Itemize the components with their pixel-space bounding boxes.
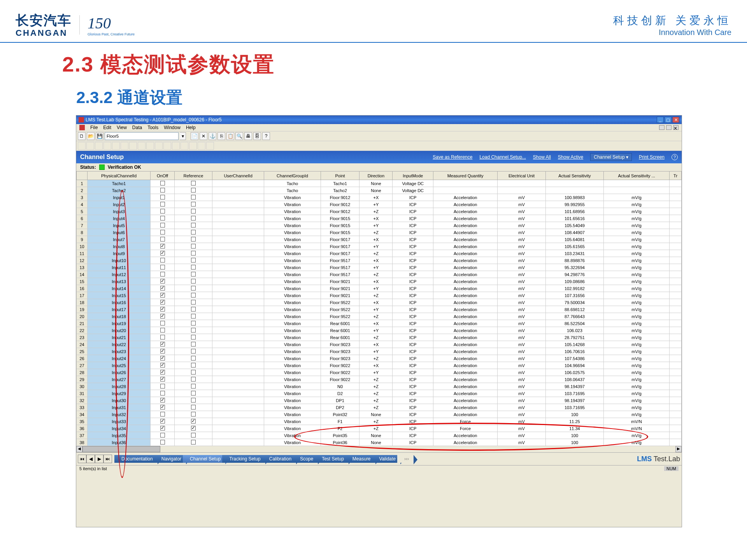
scroll-thumb[interactable] (82, 446, 160, 452)
col-point[interactable]: Point (321, 172, 359, 180)
tb2-2[interactable] (86, 142, 94, 150)
link-save-reference[interactable]: Save as Reference (433, 154, 472, 160)
col-physicalchannelid[interactable]: PhysicalChannelId (88, 172, 151, 180)
table-row[interactable]: 4Input2VibrationFloor:9012+YICPAccelerat… (77, 201, 682, 208)
nav-prev-icon[interactable]: ◀ (86, 455, 95, 463)
col-actual-sensitivity-[interactable]: Actual Sensitivity ... (604, 172, 670, 180)
table-row[interactable]: 14Input12VibrationFloor:9517+ZICPAcceler… (77, 271, 682, 278)
menu-data[interactable]: Data (132, 125, 142, 130)
tb2-14[interactable] (189, 142, 197, 150)
table-row[interactable]: 34Input32VibrationPoint32NoneICPAccelera… (77, 411, 682, 418)
tb2-7[interactable] (129, 142, 137, 150)
table-row[interactable]: 12Input10VibrationFloor:9517+XICPAcceler… (77, 257, 682, 264)
tb-help-icon[interactable]: ? (262, 132, 270, 140)
step-measure[interactable]: Measure (345, 455, 375, 463)
table-row[interactable]: 2Tacho2TachoTacho2NoneVoltage DC (77, 187, 682, 194)
mdi-close-icon[interactable]: ✕ (673, 125, 679, 130)
scroll-right-icon[interactable]: ▶ (675, 446, 682, 452)
link-load-channel-setup[interactable]: Load Channel Setup... (479, 154, 526, 160)
table-row[interactable]: 16Input14VibrationFloor:9021+YICPAcceler… (77, 285, 682, 292)
table-row[interactable]: 19Input17VibrationFloor:9522+YICPAcceler… (77, 306, 682, 313)
scroll-left-icon[interactable]: ◀ (76, 446, 82, 452)
open-icon[interactable]: 📂 (87, 132, 95, 140)
tb-copy-icon[interactable]: ⎘ (217, 132, 225, 140)
table-row[interactable]: 23Input21VibrationRear:6001+ZICPAccelera… (77, 334, 682, 341)
col-actual-sensitivity[interactable]: Actual Sensitivity (545, 172, 603, 180)
table-row[interactable]: 35Input33VibrationF1+ZICPForcemV11.25mV/… (77, 418, 682, 425)
step-tracking-setup[interactable]: Tracking Setup (222, 455, 265, 463)
step-documentation[interactable]: Documentation (114, 455, 158, 463)
col-direction[interactable]: Direction (359, 172, 393, 180)
table-row[interactable]: 29Input27VibrationFloor:9022+ZICPAcceler… (77, 376, 682, 383)
menu-edit[interactable]: Edit (103, 125, 111, 130)
mdi-minimize-icon[interactable] (659, 125, 665, 130)
table-row[interactable]: 13Input11VibrationFloor:9517+YICPAcceler… (77, 264, 682, 271)
table-row[interactable]: 36Input34VibrationF2+ZICPForcemV11.34mV/… (77, 425, 682, 432)
tb2-5[interactable] (112, 142, 120, 150)
window-titlebar[interactable]: LMS Test.Lab Spectral Testing - A101BIP_… (76, 116, 682, 124)
horizontal-scrollbar[interactable]: ◀ ▶ (76, 446, 682, 452)
channel-setup-dropdown[interactable]: Channel Setup ▾ (590, 153, 632, 161)
step-more-icon[interactable]: ››› (397, 455, 414, 463)
link-print-screen[interactable]: Print Screen (639, 154, 665, 160)
tb2-13[interactable] (181, 142, 188, 150)
col-channelgroupid[interactable]: ChannelGroupId (264, 172, 321, 180)
tb2-15[interactable] (198, 142, 205, 150)
tb2-6[interactable] (121, 142, 128, 150)
table-row[interactable]: 32Input30VibrationDP1+ZICPAccelerationmV… (77, 397, 682, 404)
step-calibration[interactable]: Calibration (262, 455, 296, 463)
save-icon[interactable]: 💾 (96, 132, 103, 140)
table-row[interactable]: 1Tacho1TachoTacho1NoneVoltage DC (77, 180, 682, 187)
tb-anchor-icon[interactable]: ⚓ (209, 132, 216, 140)
table-row[interactable]: 20Input18VibrationFloor:9522+ZICPAcceler… (77, 313, 682, 320)
table-row[interactable]: 11Input9VibrationFloor:9017+ZICPAccelera… (77, 250, 682, 257)
section-dropdown-icon[interactable]: ▾ (180, 132, 186, 140)
nav-last-icon[interactable]: ⏭ (103, 455, 112, 463)
nav-first-icon[interactable]: ⏮ (78, 455, 86, 463)
table-row[interactable]: 33Input31VibrationDP2+ZICPAccelerationmV… (77, 404, 682, 411)
tb2-12[interactable] (172, 142, 180, 150)
mdi-restore-icon[interactable] (666, 125, 672, 130)
table-row[interactable]: 15Input13VibrationFloor:9021+XICPAcceler… (77, 278, 682, 285)
step-scope[interactable]: Scope (293, 455, 318, 463)
table-row[interactable]: 22Input20VibrationRear:6001+YICPAccelera… (77, 327, 682, 334)
step-channel-setup[interactable]: Channel Setup (183, 455, 225, 463)
table-row[interactable]: 18Input16VibrationFloor:9522+XICPAcceler… (77, 299, 682, 306)
section-select[interactable] (105, 132, 179, 140)
new-icon[interactable]: 🗋 (78, 132, 86, 140)
table-row[interactable]: 6Input4VibrationFloor:9015+XICPAccelerat… (77, 215, 682, 222)
tb2-8[interactable] (138, 142, 146, 150)
col-measured-quantity[interactable]: Measured Quantity (433, 172, 498, 180)
tb-paste-icon[interactable]: 📋 (226, 132, 234, 140)
tb2-4[interactable] (103, 142, 111, 150)
link-show-all[interactable]: Show All (533, 154, 551, 160)
table-row[interactable]: 24Input22VibrationFloor:9023+XICPAcceler… (77, 341, 682, 348)
table-row[interactable]: 17Input15VibrationFloor:9021+ZICPAcceler… (77, 292, 682, 299)
close-button[interactable]: ✕ (672, 117, 679, 123)
tb2-9[interactable] (146, 142, 154, 150)
tb2-16[interactable] (206, 142, 214, 150)
tb2-11[interactable] (163, 142, 171, 150)
nav-next-icon[interactable]: ▶ (95, 455, 103, 463)
link-show-active[interactable]: Show Active (558, 154, 583, 160)
tb2-1[interactable] (78, 142, 86, 150)
channel-grid[interactable]: PhysicalChannelIdOnOffReferenceUserChann… (76, 171, 682, 446)
table-row[interactable]: 7Input5VibrationFloor:9015+YICPAccelerat… (77, 222, 682, 229)
tb-print-icon[interactable]: 🖶 (244, 132, 252, 140)
table-row[interactable]: 31Input29VibrationD2+ZICPAccelerationmV1… (77, 390, 682, 397)
table-row[interactable]: 5Input3VibrationFloor:9012+ZICPAccelerat… (77, 208, 682, 215)
menu-view[interactable]: View (117, 125, 127, 130)
tb2-3[interactable] (95, 142, 103, 150)
col-onoff[interactable]: OnOff (151, 172, 175, 180)
menu-file[interactable]: File (90, 125, 98, 130)
table-row[interactable]: 38Input36VibrationPoint36NoneICPAccelera… (77, 439, 682, 446)
step-test-setup[interactable]: Test Setup (315, 455, 349, 463)
table-row[interactable]: 26Input24VibrationFloor:9023+ZICPAcceler… (77, 355, 682, 362)
step-validate[interactable]: Validate (372, 455, 400, 463)
table-row[interactable]: 21Input19VibrationRear:6001+XICPAccelera… (77, 320, 682, 327)
tb-preview-icon[interactable]: 🔍 (235, 132, 243, 140)
col-inputmode[interactable]: InputMode (393, 172, 433, 180)
table-row[interactable]: 37Input35VibrationPoint35NoneICPAccelera… (77, 432, 682, 439)
table-row[interactable]: 27Input25VibrationFloor:9022+XICPAcceler… (77, 362, 682, 369)
table-row[interactable]: 10Input8VibrationFloor:9017+YICPAccelera… (77, 243, 682, 250)
